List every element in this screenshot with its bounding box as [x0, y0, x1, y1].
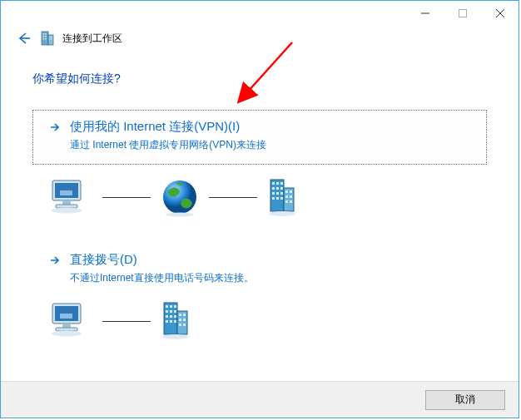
svg-rect-16: [51, 39, 52, 40]
svg-rect-38: [280, 197, 283, 200]
svg-rect-7: [43, 33, 45, 35]
svg-rect-20: [62, 200, 71, 205]
svg-rect-44: [290, 200, 292, 203]
svg-rect-57: [166, 310, 168, 313]
svg-rect-6: [48, 35, 53, 45]
svg-rect-63: [166, 320, 168, 323]
svg-point-72: [162, 334, 189, 339]
svg-rect-15: [49, 39, 50, 40]
connection-line: [102, 321, 151, 322]
svg-rect-48: [60, 314, 72, 319]
arrow-right-icon: [48, 254, 62, 267]
svg-rect-50: [56, 328, 77, 331]
svg-rect-14: [51, 37, 52, 37]
svg-point-23: [163, 180, 196, 214]
svg-rect-34: [276, 192, 279, 195]
svg-rect-66: [179, 314, 181, 316]
svg-rect-56: [174, 305, 176, 308]
footer: 取消: [1, 381, 519, 418]
window-controls: [406, 1, 519, 26]
svg-rect-19: [60, 190, 72, 195]
svg-rect-41: [285, 195, 288, 198]
minimize-button[interactable]: [406, 1, 444, 26]
svg-rect-31: [276, 187, 279, 190]
svg-rect-36: [272, 197, 275, 200]
svg-rect-26: [284, 188, 294, 211]
svg-rect-32: [280, 187, 283, 190]
svg-rect-61: [170, 315, 172, 318]
server-icon: [265, 176, 300, 218]
svg-rect-30: [272, 187, 275, 190]
option-vpn[interactable]: 使用我的 Internet 连接(VPN)(I) 通过 Internet 使用虚…: [32, 110, 487, 165]
option-vpn-head: 使用我的 Internet 连接(VPN)(I): [48, 119, 471, 135]
svg-rect-13: [49, 37, 50, 37]
close-button[interactable]: [481, 1, 519, 26]
maximize-button[interactable]: [444, 1, 481, 26]
svg-rect-55: [170, 305, 172, 308]
svg-rect-40: [290, 190, 292, 193]
svg-rect-8: [45, 33, 47, 35]
svg-point-22: [52, 208, 82, 214]
option-dialup-desc: 不通过Internet直接使用电话号码来连接。: [70, 271, 471, 285]
computer-icon: [47, 300, 94, 343]
svg-rect-42: [290, 195, 292, 198]
dialup-illustration: [47, 299, 487, 343]
svg-rect-29: [280, 182, 283, 185]
svg-rect-58: [170, 310, 172, 313]
svg-rect-43: [285, 200, 288, 203]
svg-point-51: [52, 331, 82, 337]
svg-rect-35: [280, 192, 283, 195]
option-dialup-head: 直接拨号(D): [48, 252, 471, 268]
svg-rect-33: [272, 192, 275, 195]
svg-rect-9: [43, 36, 45, 37]
arrow-right-icon: [48, 121, 62, 134]
svg-rect-53: [177, 311, 187, 334]
option-dialup-title: 直接拨号(D): [70, 252, 137, 268]
svg-rect-39: [285, 190, 288, 193]
globe-icon: [159, 176, 201, 218]
content-area: 你希望如何连接? 使用我的 Internet 连接(VPN)(I) 通过 Int…: [32, 72, 487, 343]
svg-rect-59: [174, 310, 176, 313]
svg-rect-21: [56, 205, 77, 208]
svg-point-45: [269, 211, 295, 216]
svg-rect-12: [45, 38, 47, 40]
page-question: 你希望如何连接?: [32, 72, 487, 86]
cancel-button[interactable]: 取消: [425, 390, 505, 410]
svg-rect-62: [174, 315, 176, 318]
svg-rect-54: [166, 305, 168, 308]
svg-rect-11: [43, 38, 45, 40]
connection-line: [209, 197, 257, 198]
building-icon: [39, 30, 56, 47]
svg-rect-70: [179, 324, 181, 326]
svg-rect-69: [183, 319, 186, 321]
svg-point-24: [166, 213, 194, 217]
svg-rect-68: [179, 319, 181, 321]
svg-rect-27: [272, 182, 275, 185]
back-button[interactable]: [16, 30, 32, 47]
svg-rect-49: [62, 324, 71, 328]
option-vpn-title: 使用我的 Internet 连接(VPN)(I): [70, 119, 240, 135]
svg-rect-10: [45, 36, 47, 37]
svg-rect-64: [170, 320, 172, 323]
computer-icon: [47, 177, 94, 217]
option-vpn-desc: 通过 Internet 使用虚拟专用网络(VPN)来连接: [70, 138, 471, 152]
server-icon: [159, 299, 194, 343]
svg-rect-71: [183, 324, 186, 326]
window-title: 连接到工作区: [62, 32, 122, 46]
svg-rect-67: [183, 314, 186, 316]
dialog-window: 连接到工作区 你希望如何连接? 使用我的 Internet 连接(VPN)(I)…: [0, 0, 519, 418]
svg-rect-1: [459, 10, 466, 17]
vpn-illustration: [47, 176, 487, 218]
svg-rect-65: [174, 320, 176, 323]
connection-line: [102, 197, 151, 198]
header: 连接到工作区: [16, 30, 122, 47]
svg-rect-37: [276, 197, 279, 200]
svg-rect-28: [276, 182, 279, 185]
svg-rect-60: [166, 315, 168, 318]
option-dialup[interactable]: 直接拨号(D) 不通过Internet直接使用电话号码来连接。: [32, 243, 487, 289]
